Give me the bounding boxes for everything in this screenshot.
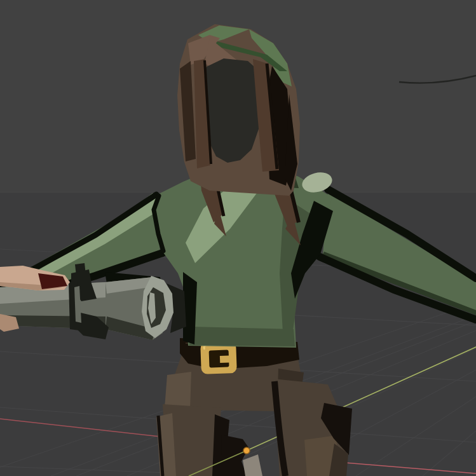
origin-dot[interactable]	[243, 447, 250, 454]
viewport-3d[interactable]	[0, 0, 476, 476]
hip-highlight	[165, 372, 191, 409]
waist-shadow	[189, 327, 295, 346]
